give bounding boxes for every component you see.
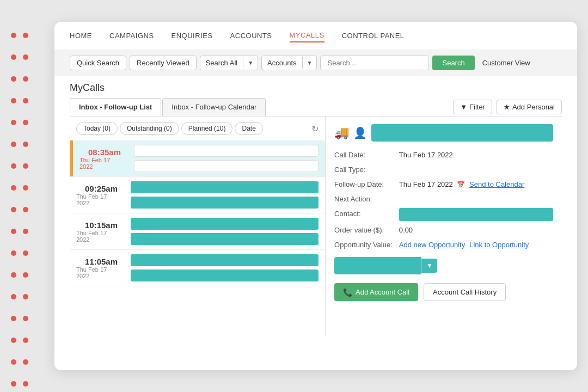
dot [11,207,16,212]
add-account-call-button[interactable]: 📞 Add Account Call [334,283,418,301]
dot [23,163,28,169]
call-date-label: Call Date: [334,149,393,161]
dot [23,185,28,191]
dot [11,33,16,38]
detail-header: 🚚 👤 [334,124,553,142]
detail-fields: Call Date: Thu Feb 17 2022 Call Type: Fo… [334,149,553,250]
dot [23,338,28,343]
phone-icon: 📞 [343,288,352,297]
dot [23,316,28,321]
dot [11,76,16,82]
account-name-bar [371,124,553,142]
dot [11,338,16,343]
dot [11,229,16,234]
filter-pill-today[interactable]: Today (0) [76,122,118,135]
right-panel: 🚚 👤 Call Date: Thu Feb 17 2022 Call Type… [326,117,562,336]
nav-item-mycalls[interactable]: MYCALLS [290,29,324,42]
dot [11,316,16,321]
call-bar-bottom [131,270,318,281]
filter-label: Filter [469,103,485,111]
call-item[interactable]: 08:35am Thu Feb 17 2022 [70,140,325,177]
order-value-label: Order value ($): [334,224,393,236]
main-card: HOME CAMPAIGNS ENQUIRIES ACCOUNTS MYCALL… [54,22,577,370]
accounts-dropdown: Accounts ▼ [261,56,317,70]
dot [11,98,16,103]
search-button[interactable]: Search [432,56,474,70]
call-time: 09:25am [85,184,118,193]
next-action-value [399,193,553,205]
dot [11,250,16,256]
dot [23,120,28,125]
add-opportunity-link[interactable]: Add new Opportunity [399,241,465,249]
send-to-calendar-link[interactable]: Send to Calendar [469,179,524,190]
detail-select-arrow-icon[interactable]: ▼ [421,259,437,273]
dot [23,272,28,278]
detail-select-bar [334,257,421,274]
dot [11,185,16,191]
truck-icon: 🚚 [334,126,349,140]
next-action-label: Next Action: [334,193,393,205]
call-item[interactable]: 11:05am Thu Feb 17 2022 [70,250,325,286]
nav-item-control-panel[interactable]: CONTROL PANEL [342,29,405,42]
call-type-value [399,164,553,175]
accounts-arrow-icon[interactable]: ▼ [302,57,317,69]
call-bars-col [124,250,325,286]
dot [23,381,28,387]
tabs-right: ▼ Filter ★ Add Personal [453,100,562,114]
call-time-col: 09:25am Thu Feb 17 2022 [70,177,124,213]
call-item[interactable]: 10:15am Thu Feb 17 2022 [70,213,325,250]
filter-pill-planned[interactable]: Planned (10) [181,122,233,135]
dot [23,207,28,212]
add-personal-button[interactable]: ★ Add Personal [497,100,562,114]
customer-view-label: Customer View [482,59,530,67]
call-time-col: 11:05am Thu Feb 17 2022 [70,250,124,286]
nav-item-home[interactable]: HOME [70,29,92,42]
opportunity-value-row: Add new Opportunity Link to Opportunity [399,239,553,250]
dot [23,229,28,234]
opportunity-value-label: Opportunity Value: [334,239,393,250]
nav-bar: HOME CAMPAIGNS ENQUIRIES ACCOUNTS MYCALL… [54,22,577,50]
call-bar-bottom [131,233,318,245]
filter-button[interactable]: ▼ Filter [453,100,492,114]
detail-actions: 📞 Add Account Call Account Call History [334,283,553,301]
call-bars-col [127,140,325,176]
search-input[interactable] [320,56,429,70]
person-icon: 👤 [353,126,367,139]
page-title: MyCalls [70,82,562,94]
refresh-icon[interactable]: ↻ [311,124,318,134]
followup-date-value: Thu Feb 17 2022 📅 Send to Calendar [399,179,553,190]
dot [11,142,16,147]
account-call-history-button[interactable]: Account Call History [424,283,506,301]
nav-item-campaigns[interactable]: CAMPAIGNS [109,29,154,42]
search-bar: Quick Search Recently Viewed Search All … [54,50,577,76]
call-item[interactable]: 09:25am Thu Feb 17 2022 [70,177,325,213]
left-panel: Today (0) Outstanding (0) Planned (10) D… [70,117,326,336]
link-opportunity-link[interactable]: Link to Opportunity [469,241,529,249]
search-all-arrow-icon[interactable]: ▼ [243,57,258,69]
call-time: 08:35am [88,148,121,157]
quick-search-button[interactable]: Quick Search [70,56,126,70]
call-date: Thu Feb 17 2022 [76,266,118,279]
recently-viewed-button[interactable]: Recently Viewed [130,56,197,70]
call-date: Thu Feb 17 2022 [79,157,121,170]
calendar-icon[interactable]: 📅 [457,181,465,188]
call-date: Thu Feb 17 2022 [76,230,118,243]
dot [23,142,28,147]
dot [11,272,16,278]
dot [11,120,16,125]
followup-date-text: Thu Feb 17 2022 [399,180,453,188]
nav-item-enquiries[interactable]: ENQUIRIES [171,29,213,42]
tabs-bar: Inbox - Follow-up List Inbox - Follow-up… [54,98,577,116]
nav-item-accounts[interactable]: ACCOUNTS [230,29,272,42]
tab-inbox-calendar[interactable]: Inbox - Follow-up Calendar [162,98,266,116]
tabs-left: Inbox - Follow-up List Inbox - Follow-up… [70,98,266,116]
page-title-bar: MyCalls [54,76,577,98]
tab-inbox-list[interactable]: Inbox - Follow-up List [70,98,161,116]
dot [11,294,16,299]
filter-pill-date[interactable]: Date [235,122,262,135]
call-date: Thu Feb 17 2022 [76,193,118,206]
filter-pill-outstanding[interactable]: Outstanding (0) [120,122,179,135]
call-time: 11:05am [85,257,118,266]
call-time-col: 08:35am Thu Feb 17 2022 [73,140,127,176]
dot [23,250,28,256]
